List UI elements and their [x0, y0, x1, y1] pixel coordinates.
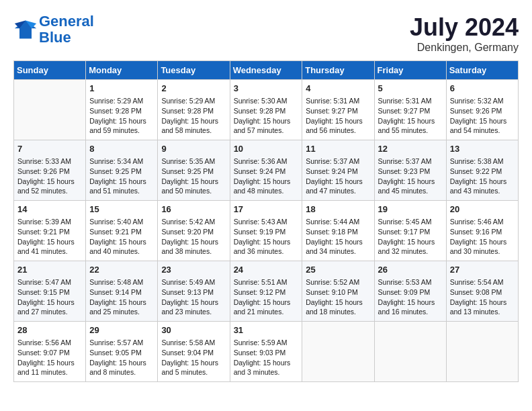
day-number: 24 [234, 264, 299, 276]
day-info: Sunrise: 5:34 AM Sunset: 9:25 PM Dayligh… [89, 156, 154, 196]
calendar-cell: 14Sunrise: 5:39 AM Sunset: 9:21 PM Dayli… [14, 201, 86, 261]
day-info: Sunrise: 5:35 AM Sunset: 9:25 PM Dayligh… [161, 156, 226, 196]
calendar-cell: 21Sunrise: 5:47 AM Sunset: 9:15 PM Dayli… [14, 261, 86, 322]
calendar-cell: 23Sunrise: 5:49 AM Sunset: 9:13 PM Dayli… [158, 261, 230, 322]
day-number: 23 [161, 264, 226, 276]
calendar-cell: 11Sunrise: 5:37 AM Sunset: 9:24 PM Dayli… [302, 140, 374, 201]
day-info: Sunrise: 5:47 AM Sunset: 9:15 PM Dayligh… [17, 277, 82, 317]
calendar-cell [302, 322, 374, 382]
day-info: Sunrise: 5:48 AM Sunset: 9:14 PM Dayligh… [89, 277, 154, 317]
day-info: Sunrise: 5:57 AM Sunset: 9:05 PM Dayligh… [89, 338, 154, 377]
calendar-cell: 30Sunrise: 5:58 AM Sunset: 9:04 PM Dayli… [158, 322, 230, 382]
logo-icon [13, 17, 38, 42]
calendar-cell: 16Sunrise: 5:42 AM Sunset: 9:20 PM Dayli… [158, 201, 230, 261]
day-number: 7 [17, 143, 82, 155]
day-number: 16 [161, 203, 226, 216]
day-info: Sunrise: 5:58 AM Sunset: 9:04 PM Dayligh… [161, 338, 226, 377]
day-number: 22 [89, 264, 154, 276]
calendar-cell: 26Sunrise: 5:53 AM Sunset: 9:09 PM Dayli… [374, 261, 446, 322]
weekday-header-row: SundayMondayTuesdayWednesdayThursdayFrid… [14, 61, 519, 80]
day-number: 30 [161, 324, 226, 336]
day-info: Sunrise: 5:36 AM Sunset: 9:24 PM Dayligh… [234, 156, 299, 196]
day-number: 20 [450, 203, 515, 216]
calendar-header: SundayMondayTuesdayWednesdayThursdayFrid… [14, 61, 519, 80]
weekday-header-saturday: Saturday [446, 61, 518, 80]
weekday-header-friday: Friday [374, 61, 446, 80]
calendar-cell: 7Sunrise: 5:33 AM Sunset: 9:26 PM Daylig… [14, 140, 86, 201]
day-number: 13 [450, 143, 515, 155]
day-number: 5 [378, 83, 443, 95]
day-number: 6 [450, 83, 515, 95]
calendar-cell: 9Sunrise: 5:35 AM Sunset: 9:25 PM Daylig… [158, 140, 230, 201]
day-info: Sunrise: 5:30 AM Sunset: 9:28 PM Dayligh… [234, 96, 299, 136]
week-row-5: 28Sunrise: 5:56 AM Sunset: 9:07 PM Dayli… [14, 322, 519, 382]
day-info: Sunrise: 5:40 AM Sunset: 9:21 PM Dayligh… [89, 217, 154, 257]
calendar-cell: 29Sunrise: 5:57 AM Sunset: 9:05 PM Dayli… [86, 322, 158, 382]
page-header: General Blue July 2024 Denkingen, German… [13, 13, 519, 54]
day-number: 2 [161, 83, 226, 95]
calendar-cell: 28Sunrise: 5:56 AM Sunset: 9:07 PM Dayli… [14, 322, 86, 382]
day-info: Sunrise: 5:46 AM Sunset: 9:16 PM Dayligh… [450, 217, 515, 257]
calendar-cell: 13Sunrise: 5:38 AM Sunset: 9:22 PM Dayli… [446, 140, 518, 201]
title-block: July 2024 Denkingen, Germany [410, 13, 519, 54]
logo-line1: General [39, 13, 94, 30]
day-info: Sunrise: 5:52 AM Sunset: 9:10 PM Dayligh… [306, 277, 370, 317]
calendar-cell: 4Sunrise: 5:31 AM Sunset: 9:27 PM Daylig… [302, 80, 374, 140]
day-info: Sunrise: 5:59 AM Sunset: 9:03 PM Dayligh… [234, 338, 299, 377]
day-info: Sunrise: 5:32 AM Sunset: 9:26 PM Dayligh… [450, 96, 515, 136]
day-number: 31 [234, 324, 299, 336]
day-info: Sunrise: 5:31 AM Sunset: 9:27 PM Dayligh… [306, 96, 370, 136]
day-number: 14 [17, 203, 82, 216]
day-info: Sunrise: 5:33 AM Sunset: 9:26 PM Dayligh… [17, 156, 82, 196]
day-number: 9 [161, 143, 226, 155]
day-number: 15 [89, 203, 154, 216]
weekday-header-sunday: Sunday [14, 61, 86, 80]
calendar-cell: 19Sunrise: 5:45 AM Sunset: 9:17 PM Dayli… [374, 201, 446, 261]
calendar-cell: 12Sunrise: 5:37 AM Sunset: 9:23 PM Dayli… [374, 140, 446, 201]
calendar-cell: 18Sunrise: 5:44 AM Sunset: 9:18 PM Dayli… [302, 201, 374, 261]
weekday-header-wednesday: Wednesday [230, 61, 302, 80]
day-number: 27 [450, 264, 515, 276]
calendar-cell: 25Sunrise: 5:52 AM Sunset: 9:10 PM Dayli… [302, 261, 374, 322]
calendar-cell: 1Sunrise: 5:29 AM Sunset: 9:28 PM Daylig… [86, 80, 158, 140]
calendar-cell: 24Sunrise: 5:51 AM Sunset: 9:12 PM Dayli… [230, 261, 302, 322]
day-number: 3 [234, 83, 299, 95]
week-row-3: 14Sunrise: 5:39 AM Sunset: 9:21 PM Dayli… [14, 201, 519, 261]
calendar-cell: 10Sunrise: 5:36 AM Sunset: 9:24 PM Dayli… [230, 140, 302, 201]
calendar-cell [14, 80, 86, 140]
day-info: Sunrise: 5:49 AM Sunset: 9:13 PM Dayligh… [161, 277, 226, 317]
calendar-cell: 20Sunrise: 5:46 AM Sunset: 9:16 PM Dayli… [446, 201, 518, 261]
day-info: Sunrise: 5:31 AM Sunset: 9:27 PM Dayligh… [378, 96, 443, 136]
day-number: 8 [89, 143, 154, 155]
logo: General Blue [13, 13, 94, 46]
calendar-cell: 8Sunrise: 5:34 AM Sunset: 9:25 PM Daylig… [86, 140, 158, 201]
day-number: 11 [306, 143, 370, 155]
day-info: Sunrise: 5:29 AM Sunset: 9:28 PM Dayligh… [89, 96, 154, 136]
day-info: Sunrise: 5:45 AM Sunset: 9:17 PM Dayligh… [378, 217, 443, 257]
day-number: 19 [378, 203, 443, 216]
day-info: Sunrise: 5:37 AM Sunset: 9:23 PM Dayligh… [378, 156, 443, 196]
location: Denkingen, Germany [410, 42, 519, 54]
logo-text: General Blue [39, 13, 94, 46]
day-number: 1 [89, 83, 154, 95]
calendar-cell: 15Sunrise: 5:40 AM Sunset: 9:21 PM Dayli… [86, 201, 158, 261]
day-number: 28 [17, 324, 82, 336]
day-info: Sunrise: 5:38 AM Sunset: 9:22 PM Dayligh… [450, 156, 515, 196]
weekday-header-thursday: Thursday [302, 61, 374, 80]
week-row-2: 7Sunrise: 5:33 AM Sunset: 9:26 PM Daylig… [14, 140, 519, 201]
day-number: 4 [306, 83, 370, 95]
day-info: Sunrise: 5:29 AM Sunset: 9:28 PM Dayligh… [161, 96, 226, 136]
day-info: Sunrise: 5:56 AM Sunset: 9:07 PM Dayligh… [17, 338, 82, 377]
day-info: Sunrise: 5:37 AM Sunset: 9:24 PM Dayligh… [306, 156, 370, 196]
calendar-body: 1Sunrise: 5:29 AM Sunset: 9:28 PM Daylig… [14, 80, 519, 382]
calendar-cell: 6Sunrise: 5:32 AM Sunset: 9:26 PM Daylig… [446, 80, 518, 140]
day-number: 12 [378, 143, 443, 155]
week-row-1: 1Sunrise: 5:29 AM Sunset: 9:28 PM Daylig… [14, 80, 519, 140]
calendar-cell: 27Sunrise: 5:54 AM Sunset: 9:08 PM Dayli… [446, 261, 518, 322]
day-number: 25 [306, 264, 370, 276]
day-info: Sunrise: 5:39 AM Sunset: 9:21 PM Dayligh… [17, 217, 82, 257]
day-number: 29 [89, 324, 154, 336]
calendar-cell: 3Sunrise: 5:30 AM Sunset: 9:28 PM Daylig… [230, 80, 302, 140]
weekday-header-monday: Monday [86, 61, 158, 80]
day-number: 21 [17, 264, 82, 276]
